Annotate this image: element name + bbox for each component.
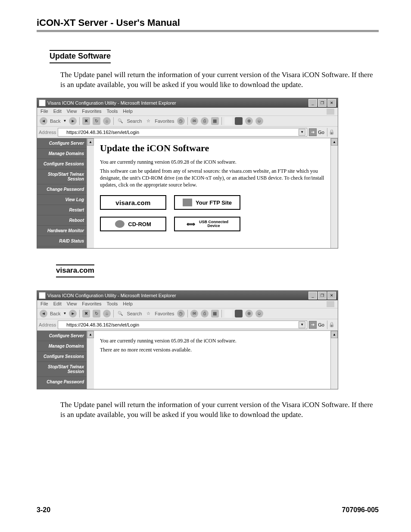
usb-icon: ⟺: [186, 220, 196, 228]
refresh-icon[interactable]: ↻: [93, 310, 100, 317]
sidebar-item-hardware-monitor[interactable]: Hardware Monitor: [37, 226, 87, 236]
maximize-button[interactable]: ❐: [318, 292, 327, 299]
favorites-label[interactable]: Favorites: [155, 118, 174, 124]
home-icon[interactable]: ⌂: [103, 310, 111, 317]
address-input[interactable]: https://204.48.36.162/servlet/Login ▼: [58, 128, 307, 137]
sidebar-item-manage-domains[interactable]: Manage Domains: [37, 149, 87, 159]
maximize-button[interactable]: ❐: [318, 99, 327, 107]
main-scrollbar-2[interactable]: ▲: [330, 331, 338, 389]
search-label[interactable]: Search: [127, 311, 142, 316]
go-button[interactable]: ➔ Go: [309, 321, 324, 329]
back-label[interactable]: Back: [50, 311, 60, 316]
back-label[interactable]: Back: [50, 118, 60, 124]
usb-label: USB ConnectedDevice: [199, 220, 228, 228]
menu-edit[interactable]: Edit: [53, 301, 62, 307]
tool-icon-1[interactable]: [224, 117, 232, 125]
search-icon[interactable]: 🔍: [116, 117, 124, 125]
main-scroll-up-icon[interactable]: ▲: [331, 331, 338, 338]
update-heading: Update the iCON Software: [100, 143, 324, 154]
cdrom-button[interactable]: CD-ROM: [100, 217, 166, 231]
back-dropdown-icon[interactable]: ▼: [63, 311, 66, 315]
tool-icon-2[interactable]: [235, 117, 243, 125]
address-input[interactable]: https://204.48.36.162/servlet/Login ▼: [58, 320, 307, 329]
sidebar-item-configure-server[interactable]: Configure Server: [37, 331, 87, 341]
stop-icon[interactable]: ✖: [82, 117, 90, 125]
sidebar-item-raid-status[interactable]: RAID Status: [37, 236, 87, 246]
main-scrollbar[interactable]: ▲: [330, 138, 338, 248]
tool-icon-3[interactable]: ⊗: [245, 310, 253, 317]
sidebar-item-reboot[interactable]: Reboot: [37, 215, 87, 226]
sidebar-scrollbar[interactable]: ▲: [87, 138, 94, 248]
page-footer: 3-20 707096-005: [37, 506, 379, 514]
address-dropdown-icon[interactable]: ▼: [299, 129, 305, 136]
menu-tools[interactable]: Tools: [107, 109, 118, 115]
favorites-icon[interactable]: ☆: [144, 310, 152, 317]
menu-view[interactable]: View: [67, 301, 77, 307]
forward-icon[interactable]: ►: [69, 310, 77, 317]
menu-favorites[interactable]: Favorites: [82, 301, 101, 307]
menubar: File Edit View Favorites Tools Help: [37, 108, 338, 115]
mail-icon[interactable]: ✉: [190, 117, 198, 125]
close-button[interactable]: ✕: [327, 99, 336, 107]
sidebar-item-view-log[interactable]: View Log: [37, 195, 87, 205]
history-icon[interactable]: ◷: [177, 117, 185, 125]
visara-com-button[interactable]: visara.com: [100, 195, 166, 210]
home-icon[interactable]: ⌂: [103, 117, 111, 125]
sidebar-item-restart[interactable]: Restart: [37, 205, 87, 215]
minimize-button[interactable]: _: [308, 292, 317, 299]
stop-icon[interactable]: ✖: [82, 310, 90, 317]
usb-device-button[interactable]: ⟺ USB ConnectedDevice: [174, 217, 240, 231]
ftp-icon: [183, 199, 192, 206]
print-icon[interactable]: ⎙: [201, 117, 209, 125]
sidebar-item-twinax-session[interactable]: Stop/Start Twinax Session: [37, 362, 87, 377]
sidebar-item-change-password[interactable]: Change Password: [37, 377, 87, 387]
links-icon[interactable]: 🔒: [327, 320, 336, 329]
forward-icon[interactable]: ►: [69, 117, 77, 125]
menu-view[interactable]: View: [67, 109, 77, 115]
edit-icon[interactable]: ▦: [211, 310, 219, 317]
menu-edit[interactable]: Edit: [53, 109, 62, 115]
tool-icon-3[interactable]: ⊗: [245, 117, 253, 125]
go-button[interactable]: ➔ Go: [309, 128, 324, 136]
menu-file[interactable]: File: [40, 301, 48, 307]
search-icon[interactable]: 🔍: [116, 310, 124, 317]
refresh-icon[interactable]: ↻: [93, 117, 100, 125]
address-dropdown-icon[interactable]: ▼: [299, 321, 305, 328]
menu-help[interactable]: Help: [123, 301, 133, 307]
print-icon[interactable]: ⎙: [201, 310, 209, 317]
history-icon[interactable]: ◷: [177, 310, 185, 317]
back-icon[interactable]: ◄: [40, 117, 47, 125]
favorites-icon[interactable]: ☆: [144, 117, 152, 125]
search-label[interactable]: Search: [127, 118, 142, 124]
links-icon[interactable]: 🔒: [327, 128, 336, 137]
scroll-up-icon[interactable]: ▲: [87, 331, 94, 338]
sidebar-item-port-status[interactable]: Port Status: [37, 246, 87, 256]
ftp-site-button[interactable]: Your FTP Site: [174, 195, 240, 210]
tool-icon-1[interactable]: [224, 310, 232, 317]
menu-tools[interactable]: Tools: [107, 301, 118, 307]
sidebar-scrollbar-2[interactable]: ▲: [87, 331, 94, 389]
sidebar-item-change-password[interactable]: Change Password: [37, 184, 87, 195]
menu-help[interactable]: Help: [123, 109, 133, 115]
ftp-label: Your FTP Site: [196, 199, 232, 206]
menu-favorites[interactable]: Favorites: [82, 109, 101, 115]
section-visara-body: The Update panel will return the informa…: [60, 400, 379, 420]
mail-icon[interactable]: ✉: [190, 310, 198, 317]
sidebar-item-configure-sessions[interactable]: Configure Sessions: [37, 352, 87, 362]
back-icon[interactable]: ◄: [40, 310, 47, 317]
scroll-up-icon[interactable]: ▲: [87, 138, 94, 146]
back-dropdown-icon[interactable]: ▼: [63, 119, 66, 123]
messenger-icon[interactable]: ☺: [255, 310, 263, 317]
minimize-button[interactable]: _: [308, 99, 317, 107]
favorites-label[interactable]: Favorites: [155, 311, 174, 316]
tool-icon-2[interactable]: [235, 310, 243, 317]
messenger-icon[interactable]: ☺: [255, 117, 263, 125]
sidebar-item-configure-sessions[interactable]: Configure Sessions: [37, 159, 87, 169]
main-scroll-up-icon[interactable]: ▲: [331, 138, 338, 146]
menu-file[interactable]: File: [40, 109, 48, 115]
sidebar-item-configure-server[interactable]: Configure Server: [37, 138, 87, 149]
sidebar-item-manage-domains[interactable]: Manage Domains: [37, 341, 87, 352]
edit-icon[interactable]: ▦: [211, 117, 219, 125]
sidebar-item-twinax-session[interactable]: Stop/Start Twinax Session: [37, 169, 87, 184]
close-button[interactable]: ✕: [327, 292, 336, 299]
